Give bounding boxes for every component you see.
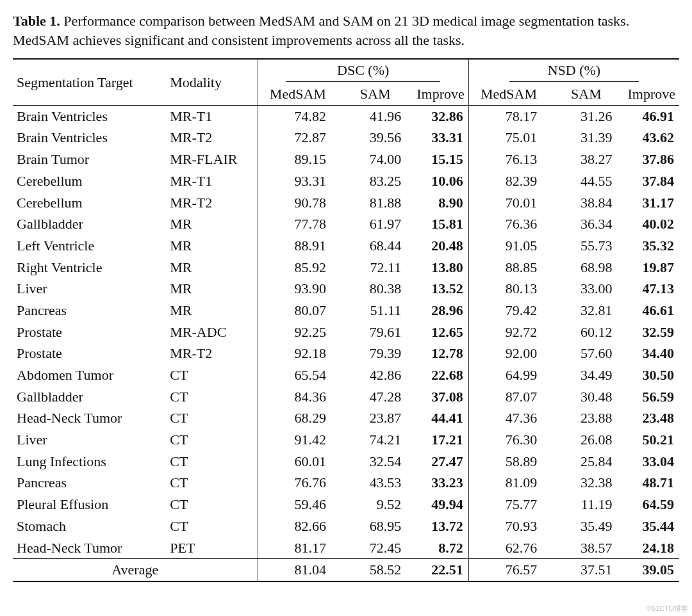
cell-modality: CT — [166, 407, 258, 429]
cell-dsc-sam: 58.52 — [338, 559, 413, 581]
cell-nsd-medsam: 70.93 — [468, 515, 548, 537]
cell-nsd-sam: 32.81 — [548, 300, 623, 321]
cell-target: Lung Infections — [13, 451, 166, 473]
cell-dsc-sam: 81.88 — [338, 192, 413, 214]
cell-nsd-medsam: 79.42 — [468, 300, 548, 321]
caption-text: Performance comparison between MedSAM an… — [13, 13, 629, 48]
cell-nsd-improve: 24.18 — [623, 537, 679, 559]
cell-dsc-sam: 39.56 — [338, 127, 413, 149]
table-row: LiverMR93.9080.3813.5280.1333.0047.13 — [13, 278, 679, 300]
cell-nsd-improve: 31.17 — [623, 192, 679, 214]
cell-target: Head-Neck Tumor — [13, 407, 166, 429]
cell-nsd-improve: 30.50 — [623, 364, 679, 386]
cell-dsc-sam: 43.53 — [338, 472, 413, 494]
cell-target: Cerebellum — [13, 192, 166, 214]
cell-nsd-improve: 19.87 — [623, 257, 679, 279]
table-row: Head-Neck TumorCT68.2923.8744.4147.3623.… — [13, 407, 679, 429]
table-row: ProstateMR-T292.1879.3912.7892.0057.6034… — [13, 343, 679, 364]
table-row: CerebellumMR-T290.7881.888.9070.0138.843… — [13, 192, 679, 214]
cell-average-label: Average — [13, 559, 258, 581]
cell-dsc-medsam: 65.54 — [258, 364, 338, 386]
table-row: ProstateMR-ADC92.2579.6112.6592.7260.123… — [13, 321, 679, 343]
cell-modality: MR — [166, 235, 258, 257]
cell-nsd-improve: 40.02 — [623, 213, 679, 235]
table-row: Abdomen TumorCT65.5442.8622.6864.9934.49… — [13, 364, 679, 386]
table-row: Pleural EffusionCT59.469.5249.9475.7711.… — [13, 494, 679, 515]
cell-dsc-medsam: 81.17 — [258, 537, 338, 559]
cell-target: Pancreas — [13, 300, 166, 321]
table-row: Right VentricleMR85.9272.1113.8088.8568.… — [13, 257, 679, 279]
cell-modality: MR-T1 — [166, 105, 258, 127]
table-row: Brain VentriclesMR-T174.8241.9632.8678.1… — [13, 105, 679, 127]
cell-nsd-medsam: 76.57 — [468, 559, 548, 581]
cell-dsc-sam: 9.52 — [338, 494, 413, 515]
cell-dsc-improve: 20.48 — [413, 235, 468, 257]
cell-dsc-medsam: 90.78 — [258, 192, 338, 214]
cell-nsd-sam: 68.98 — [548, 257, 623, 279]
cell-dsc-improve: 28.96 — [413, 300, 468, 321]
cell-modality: CT — [166, 451, 258, 473]
cell-target: Left Ventricle — [13, 235, 166, 257]
cell-nsd-medsam: 81.09 — [468, 472, 548, 494]
cell-dsc-sam: 80.38 — [338, 278, 413, 300]
cell-nsd-improve: 32.59 — [623, 321, 679, 343]
table-row: CerebellumMR-T193.3183.2510.0682.3944.55… — [13, 170, 679, 192]
cell-target: Prostate — [13, 321, 166, 343]
cell-nsd-sam: 31.26 — [548, 105, 623, 127]
cell-target: Abdomen Tumor — [13, 364, 166, 386]
cell-modality: MR — [166, 278, 258, 300]
cell-modality: MR — [166, 257, 258, 279]
cell-nsd-medsam: 70.01 — [468, 192, 548, 214]
cell-nsd-improve: 46.61 — [623, 300, 679, 321]
table-row: Lung InfectionsCT60.0132.5427.4758.8925.… — [13, 451, 679, 473]
cell-dsc-sam: 79.39 — [338, 343, 413, 364]
cell-dsc-improve: 15.15 — [413, 149, 468, 170]
cell-nsd-medsam: 92.72 — [468, 321, 548, 343]
cell-nsd-sam: 38.84 — [548, 192, 623, 214]
col-nsd-sam: SAM — [548, 83, 623, 105]
cell-target: Brain Tumor — [13, 149, 166, 170]
cell-nsd-medsam: 76.36 — [468, 213, 548, 235]
cell-dsc-sam: 32.54 — [338, 451, 413, 473]
cell-dsc-sam: 41.96 — [338, 105, 413, 127]
cell-nsd-medsam: 64.99 — [468, 364, 548, 386]
cell-modality: MR-T1 — [166, 170, 258, 192]
cell-nsd-medsam: 47.36 — [468, 407, 548, 429]
cell-nsd-medsam: 87.07 — [468, 386, 548, 408]
table-row: GallbladderCT84.3647.2837.0887.0730.4856… — [13, 386, 679, 408]
cell-dsc-sam: 74.00 — [338, 149, 413, 170]
cell-dsc-sam: 61.97 — [338, 213, 413, 235]
cell-nsd-sam: 44.55 — [548, 170, 623, 192]
cell-dsc-medsam: 80.07 — [258, 300, 338, 321]
cell-target: Gallbladder — [13, 386, 166, 408]
cell-dsc-improve: 10.06 — [413, 170, 468, 192]
cell-dsc-sam: 47.28 — [338, 386, 413, 408]
cell-nsd-improve: 23.48 — [623, 407, 679, 429]
cell-nsd-improve: 35.44 — [623, 515, 679, 537]
cell-dsc-medsam: 60.01 — [258, 451, 338, 473]
cell-target: Pleural Effusion — [13, 494, 166, 515]
cell-nsd-medsam: 75.01 — [468, 127, 548, 149]
cell-nsd-medsam: 80.13 — [468, 278, 548, 300]
cell-dsc-improve: 13.72 — [413, 515, 468, 537]
cell-nsd-sam: 37.51 — [548, 559, 623, 581]
cell-nsd-sam: 32.38 — [548, 472, 623, 494]
caption-lead: Table 1. — [13, 13, 60, 29]
cell-dsc-medsam: 91.42 — [258, 429, 338, 451]
cell-nsd-sam: 55.73 — [548, 235, 623, 257]
col-dsc-improve: Improve — [413, 83, 468, 105]
col-dsc-sam: SAM — [338, 83, 413, 105]
cell-nsd-improve: 50.21 — [623, 429, 679, 451]
cell-nsd-improve: 47.13 — [623, 278, 679, 300]
cell-dsc-medsam: 93.31 — [258, 170, 338, 192]
cell-modality: CT — [166, 429, 258, 451]
cell-target: Stomach — [13, 515, 166, 537]
cell-dsc-medsam: 92.18 — [258, 343, 338, 364]
col-nsd-medsam: MedSAM — [468, 83, 548, 105]
cell-nsd-improve: 37.84 — [623, 170, 679, 192]
cell-modality: MR-T2 — [166, 343, 258, 364]
cell-nsd-medsam: 82.39 — [468, 170, 548, 192]
cell-nsd-improve: 56.59 — [623, 386, 679, 408]
cell-nsd-medsam: 75.77 — [468, 494, 548, 515]
cell-nsd-medsam: 76.30 — [468, 429, 548, 451]
